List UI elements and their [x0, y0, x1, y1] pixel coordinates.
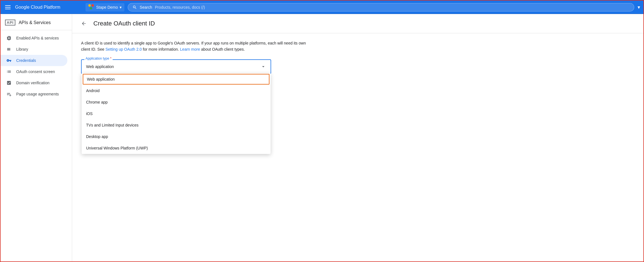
sidebar-item-label-credentials: Credentials [16, 58, 36, 63]
sidebar-item-label-library: Library [16, 47, 28, 52]
app-title: Google Cloud Platform [15, 5, 60, 10]
project-dropdown-icon: ▾ [120, 5, 122, 10]
page-title: Create OAuth client ID [93, 20, 155, 27]
description-after-link2: about OAuth client types. [200, 47, 245, 52]
sidebar-item-credentials[interactable]: Credentials [1, 55, 67, 66]
selected-option-text: Web application [86, 64, 114, 69]
field-label: Application type * [84, 57, 113, 60]
project-name: Stape Demo [96, 5, 118, 10]
required-marker: * [110, 57, 112, 60]
search-icon [132, 5, 137, 10]
dropdown-item-chrome-app[interactable]: Chrome app [82, 97, 271, 108]
main-content: Create OAuth client ID A client ID is us… [72, 14, 643, 262]
application-type-select[interactable]: Web application Web application Android [81, 59, 271, 74]
page-usage-icon [6, 91, 12, 97]
credentials-icon [6, 58, 12, 63]
description-text: A client ID is used to identify a single… [81, 40, 315, 53]
top-bar-left: Google Cloud Platform [4, 4, 82, 10]
library-icon [6, 46, 12, 52]
api-badge: API [5, 20, 15, 25]
dropdown-item-tvs-limited[interactable]: TVs and Limited Input devices [82, 120, 271, 131]
application-type-field: Application type * Web application Web a… [81, 59, 315, 74]
learn-more-link[interactable]: Learn more [180, 47, 200, 52]
dropdown-item-web-application[interactable]: Web application [83, 74, 269, 85]
content-body: A client ID is used to identify a single… [72, 33, 324, 85]
hamburger-menu-icon[interactable] [4, 4, 12, 10]
page-wrapper: Google Cloud Platform Stape Demo ▾ Searc… [0, 0, 644, 262]
description-between-links: for more information. [142, 47, 180, 52]
main-layout: API APIs & Services Enabled APIs & servi… [1, 14, 643, 262]
oauth-consent-icon [6, 69, 12, 74]
selected-value-display[interactable]: Web application [82, 60, 271, 73]
content-header: Create OAuth client ID [72, 14, 643, 33]
sidebar: API APIs & Services Enabled APIs & servi… [1, 14, 72, 262]
search-label: Search [140, 5, 152, 10]
sidebar-item-page-usage[interactable]: Page usage agreements [1, 88, 67, 100]
sidebar-item-library[interactable]: Library [1, 44, 67, 55]
top-navigation-bar: Google Cloud Platform Stape Demo ▾ Searc… [1, 1, 643, 14]
sidebar-item-label-page-usage: Page usage agreements [16, 92, 59, 96]
select-dropdown-arrow-icon [261, 64, 266, 69]
top-bar-right: ▾ [638, 4, 640, 10]
sidebar-item-label-domain-verification: Domain verification [16, 81, 49, 85]
search-bar[interactable]: Search [128, 3, 634, 11]
sidebar-navigation: Enabled APIs & services Library Credenti… [1, 30, 72, 102]
domain-verification-icon [6, 80, 12, 86]
sidebar-item-domain-verification[interactable]: Domain verification [1, 77, 67, 88]
setting-up-oauth-link[interactable]: Setting up OAuth 2.0 [105, 47, 142, 52]
sidebar-item-enabled-apis[interactable]: Enabled APIs & services [1, 32, 67, 44]
sidebar-item-oauth-consent[interactable]: OAuth consent screen [1, 66, 67, 77]
dropdown-item-android[interactable]: Android [82, 85, 271, 97]
dropdown-item-desktop-app[interactable]: Desktop app [82, 131, 271, 142]
sidebar-title: APIs & Services [19, 20, 51, 25]
sidebar-item-label-oauth-consent: OAuth consent screen [16, 69, 55, 74]
dropdown-menu: Web application Android Chrome app iOS [82, 73, 271, 154]
back-button[interactable] [79, 18, 89, 29]
enabled-apis-icon [6, 35, 12, 41]
sidebar-item-label-enabled-apis: Enabled APIs & services [16, 36, 59, 40]
sidebar-header: API APIs & Services [1, 14, 72, 30]
project-selector[interactable]: Stape Demo ▾ [86, 3, 124, 11]
search-input[interactable] [155, 5, 629, 10]
dropdown-item-ios[interactable]: iOS [82, 108, 271, 120]
chevron-down-icon: ▾ [638, 4, 640, 10]
dropdown-item-uwp[interactable]: Universal Windows Platform (UWP) [82, 142, 271, 154]
